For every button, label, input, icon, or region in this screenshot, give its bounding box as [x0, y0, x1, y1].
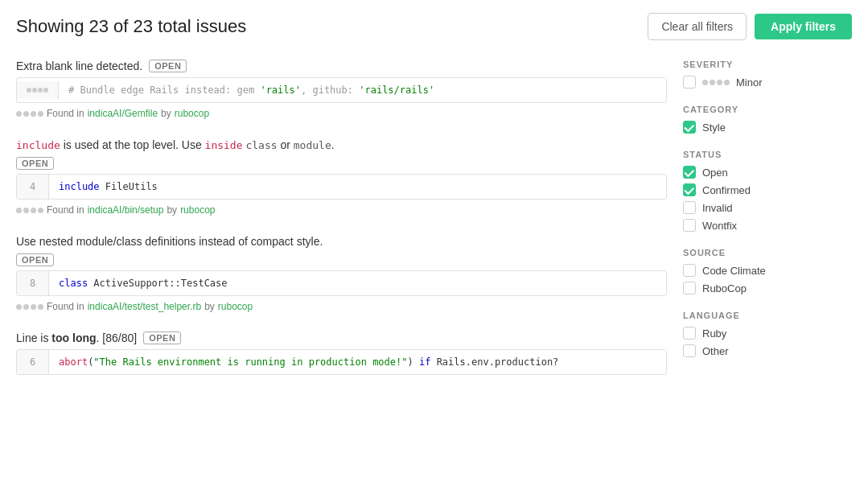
issue-header: Extra blank line detected. OPEN	[16, 60, 667, 72]
filter-item[interactable]: Wontfix	[683, 219, 852, 232]
issue-title: Extra blank line detected.	[16, 60, 142, 72]
clear-filters-button[interactable]: Clear all filters	[648, 13, 747, 40]
filter-item-label: Wontfix	[702, 220, 737, 232]
code-block: 4 include FileUtils	[16, 174, 667, 200]
line-number: 4	[17, 175, 49, 199]
issue-card: include is used at the top level. Use in…	[16, 138, 667, 216]
code-block: 8 class ActiveSupport::TestCase	[16, 270, 667, 296]
filter-section-language: LANGUAGE Ruby Other	[683, 311, 852, 357]
issue-file-link[interactable]: indicaAI/bin/setup	[88, 204, 164, 216]
code-block: # Bundle edge Rails instead: gem 'rails'…	[16, 77, 667, 103]
status-badge: OPEN	[16, 253, 54, 266]
issue-author-link[interactable]: rubocop	[175, 108, 209, 119]
page-header: Showing 23 of 23 total issues Clear all …	[16, 13, 852, 40]
filter-section-severity: SEVERITY Minor	[683, 60, 852, 89]
filter-checkbox-rubocop[interactable]	[683, 282, 696, 294]
filter-checkbox-invalid[interactable]	[683, 201, 696, 214]
filter-section-label: SEVERITY	[683, 60, 852, 69]
filter-section-label: LANGUAGE	[683, 311, 852, 320]
filter-item[interactable]: Other	[683, 344, 852, 357]
code-content: class ActiveSupport::TestCase	[49, 271, 666, 295]
filter-checkbox-minor[interactable]	[683, 76, 696, 89]
filter-checkbox-open[interactable]	[683, 166, 696, 179]
filter-item-label: Invalid	[702, 202, 733, 214]
code-content: abort("The Rails environment is running …	[49, 350, 666, 374]
code-content: # Bundle edge Rails instead: gem 'rails'…	[59, 78, 666, 102]
filter-item[interactable]: Ruby	[683, 327, 852, 340]
issue-title: include is used at the top level. Use in…	[16, 138, 335, 151]
filter-item-label: Minor	[736, 76, 763, 89]
code-content: include FileUtils	[49, 175, 666, 199]
issue-file-link[interactable]: indicaAI/test/test_helper.rb	[88, 301, 201, 312]
issue-title: Line is too long. [86/80]	[16, 331, 137, 344]
status-badge: OPEN	[16, 157, 54, 170]
filter-item[interactable]: Minor	[683, 76, 852, 89]
filter-section-label: STATUS	[683, 150, 852, 159]
filter-item-label: Open	[702, 167, 728, 179]
filter-item-label: Confirmed	[702, 184, 751, 196]
filter-checkbox-confirmed[interactable]	[683, 183, 696, 196]
issue-header: include is used at the top level. Use in…	[16, 138, 667, 151]
severity-dots	[702, 80, 730, 85]
filter-item-label: RuboCop	[702, 282, 747, 294]
filter-section-source: SOURCE Code Climate RuboCop	[683, 248, 852, 294]
issue-author-link[interactable]: rubocop	[218, 301, 253, 312]
issue-meta: Found in indicaAI/bin/setup by rubocop	[16, 204, 667, 216]
filter-section-label: SOURCE	[683, 248, 852, 257]
issue-author-link[interactable]: rubocop	[180, 204, 215, 216]
status-badge: OPEN	[149, 60, 187, 72]
filter-item-label: Ruby	[702, 327, 726, 340]
filter-item[interactable]: Code Climate	[683, 264, 852, 277]
filter-checkbox-ruby[interactable]	[683, 327, 696, 340]
issue-header: Use nested module/class definitions inst…	[16, 235, 667, 248]
issue-meta: Found in indicaAI/Gemfile by rubocop	[16, 108, 667, 119]
filter-checkbox-codeclimate[interactable]	[683, 264, 696, 277]
header-actions: Clear all filters Apply filters	[648, 13, 852, 40]
issue-header: Line is too long. [86/80] OPEN	[16, 331, 667, 344]
filter-section-label: CATEGORY	[683, 105, 852, 114]
status-badge: OPEN	[143, 331, 181, 344]
line-number: 8	[17, 271, 49, 295]
filter-item[interactable]: RuboCop	[683, 282, 852, 294]
filter-section-category: CATEGORY Style	[683, 105, 852, 134]
filter-item[interactable]: Confirmed	[683, 183, 852, 196]
filter-checkbox-wontfix[interactable]	[683, 219, 696, 232]
line-number: 6	[17, 350, 49, 374]
main-content: Extra blank line detected. OPEN # Bundle…	[16, 60, 852, 394]
apply-filters-button[interactable]: Apply filters	[755, 14, 852, 39]
filter-checkbox-other[interactable]	[683, 344, 696, 357]
filter-item[interactable]: Style	[683, 121, 852, 134]
issue-card: Extra blank line detected. OPEN # Bundle…	[16, 60, 667, 119]
filter-section-status: STATUS Open Confirmed Invalid Wontfix	[683, 150, 852, 232]
issue-title: Use nested module/class definitions inst…	[16, 235, 323, 248]
line-number	[17, 81, 59, 99]
issues-list: Extra blank line detected. OPEN # Bundle…	[16, 60, 667, 394]
issue-card: Use nested module/class definitions inst…	[16, 235, 667, 312]
filter-item[interactable]: Open	[683, 166, 852, 179]
code-block: 6 abort("The Rails environment is runnin…	[16, 349, 667, 375]
filter-item-label: Code Climate	[702, 265, 766, 277]
filter-item-label: Other	[702, 345, 729, 357]
issue-file-link[interactable]: indicaAI/Gemfile	[88, 108, 158, 119]
page-title: Showing 23 of 23 total issues	[16, 16, 246, 37]
filter-item[interactable]: Invalid	[683, 201, 852, 214]
filter-checkbox-style[interactable]	[683, 121, 696, 134]
filter-item-label: Style	[702, 121, 726, 134]
sidebar: SEVERITY Minor CATEGORY Sty	[683, 60, 852, 394]
issue-card: Line is too long. [86/80] OPEN 6 abort("…	[16, 331, 667, 375]
issue-meta: Found in indicaAI/test/test_helper.rb by…	[16, 301, 667, 312]
